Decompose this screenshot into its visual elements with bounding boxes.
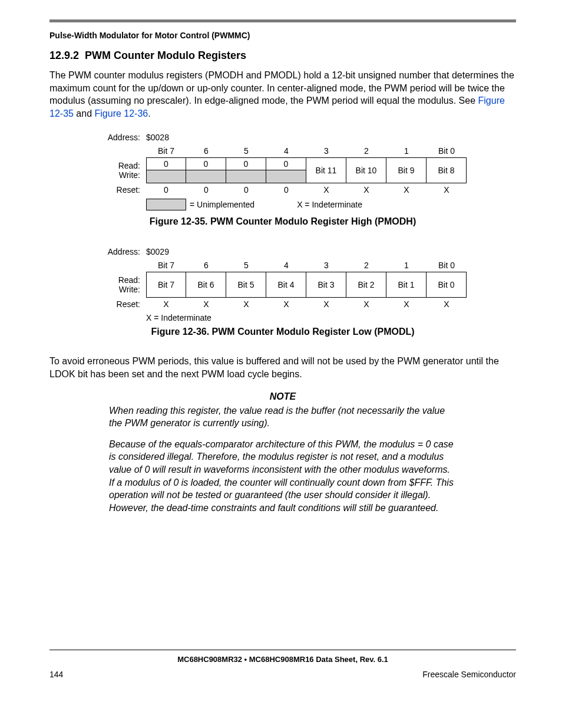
section-number: 12.9.2 <box>49 50 79 61</box>
bit-cell: Bit 11 <box>306 157 346 183</box>
bit-header: 5 <box>226 144 266 157</box>
bit-cell: 0 <box>226 157 266 170</box>
bit-cell: Bit 4 <box>266 272 306 298</box>
bit-header: 3 <box>306 144 346 157</box>
bit-cell: 0 <box>146 157 186 170</box>
reset-value: X <box>226 298 266 311</box>
bit-cell: Bit 10 <box>346 157 386 183</box>
reset-value: 0 <box>266 183 306 196</box>
figure-caption: Figure 12-36. PWM Counter Modulo Registe… <box>49 327 516 337</box>
legend-swatch <box>146 199 186 210</box>
page-number: 144 <box>49 670 63 679</box>
note-heading: NOTE <box>49 391 516 402</box>
bit-header: 5 <box>226 259 266 272</box>
bit-cell: Bit 0 <box>427 272 467 298</box>
row-spacer <box>99 259 146 272</box>
legend-indeterminate: X = Indeterminate <box>146 313 467 322</box>
reset-value: 0 <box>146 183 186 196</box>
section-title: PWM Counter Modulo Registers <box>85 50 246 61</box>
reset-value: X <box>427 183 467 196</box>
bit-cell: 0 <box>186 157 226 170</box>
figure-12-35: Address: $0028 Bit 7 6 5 4 3 2 1 Bit 0 R… <box>49 130 516 227</box>
register-diagram-pmodh: Address: $0028 Bit 7 6 5 4 3 2 1 Bit 0 R… <box>99 130 467 210</box>
legend-unimplemented: = Unimplemented <box>190 200 254 209</box>
bit-header: 1 <box>386 144 427 157</box>
reset-value: X <box>146 298 186 311</box>
figure-12-36: Address: $0029 Bit 7 6 5 4 3 2 1 Bit 0 R… <box>49 245 516 337</box>
bit-cell: Bit 1 <box>386 272 427 298</box>
reset-value: X <box>306 298 346 311</box>
legend-indeterminate: X = Indeterminate <box>297 200 362 209</box>
text: . <box>148 108 150 118</box>
bit-header: 3 <box>306 259 346 272</box>
figure-caption: Figure 12-35. PWM Counter Modulo Registe… <box>49 216 516 227</box>
page: Pulse-Width Modulator for Motor Control … <box>0 0 562 728</box>
note-paragraph: When reading this register, the value re… <box>109 404 457 430</box>
reset-label: Reset: <box>99 183 146 196</box>
bit-cell: 0 <box>266 157 306 170</box>
reset-value: X <box>427 298 467 311</box>
bit-cell-unimp <box>226 170 266 183</box>
intro-paragraph: The PWM counter modulus registers (PMODH… <box>49 69 516 120</box>
read-write-label: Read: Write: <box>99 272 146 298</box>
reset-value: X <box>266 298 306 311</box>
bit-header: Bit 7 <box>146 144 186 157</box>
text: and <box>74 108 95 118</box>
footer: 144 Freescale Semiconductor <box>49 670 516 679</box>
text: The PWM counter modulus registers (PMODH… <box>49 70 514 106</box>
chapter-title: Pulse-Width Modulator for Motor Control … <box>49 31 516 40</box>
bit-header: 4 <box>266 259 306 272</box>
reset-value: X <box>306 183 346 196</box>
bit-header: 2 <box>346 259 386 272</box>
read-label: Read: <box>118 275 140 285</box>
bit-header: 2 <box>346 144 386 157</box>
address-value: $0029 <box>146 245 186 259</box>
bit-cell: Bit 2 <box>346 272 386 298</box>
address-label: Address: <box>99 245 146 259</box>
reset-value: X <box>346 298 386 311</box>
bit-header: 4 <box>266 144 306 157</box>
figure-link-36[interactable]: Figure 12-36 <box>95 108 148 118</box>
top-rule <box>49 19 516 22</box>
bit-header: Bit 0 <box>427 259 467 272</box>
bit-header: Bit 0 <box>427 144 467 157</box>
footer-rule <box>49 650 516 650</box>
reset-value: 0 <box>226 183 266 196</box>
bit-header: 6 <box>186 259 226 272</box>
bit-cell: Bit 6 <box>186 272 226 298</box>
reset-label: Reset: <box>99 298 146 311</box>
address-label: Address: <box>99 130 146 144</box>
bit-cell: Bit 7 <box>146 272 186 298</box>
bit-header: Bit 7 <box>146 259 186 272</box>
body-paragraph: To avoid erroneous PWM periods, this val… <box>49 355 516 380</box>
read-label: Read: <box>118 161 140 170</box>
reset-value: X <box>386 298 427 311</box>
legend: = Unimplemented X = Indeterminate <box>99 199 467 210</box>
reset-value: X <box>186 298 226 311</box>
bit-cell: Bit 3 <box>306 272 346 298</box>
section-heading: 12.9.2 PWM Counter Modulo Registers <box>49 50 516 62</box>
row-spacer <box>99 144 146 157</box>
address-value: $0028 <box>146 130 186 144</box>
bit-header: 6 <box>186 144 226 157</box>
footer-doc-title: MC68HC908MR32 • MC68HC908MR16 Data Sheet… <box>49 655 516 664</box>
bit-cell-unimp <box>186 170 226 183</box>
bit-cell-unimp <box>266 170 306 183</box>
reset-value: 0 <box>186 183 226 196</box>
reset-value: X <box>346 183 386 196</box>
bit-cell: Bit 8 <box>427 157 467 183</box>
vendor-name: Freescale Semiconductor <box>422 670 516 679</box>
read-write-label: Read: Write: <box>99 157 146 183</box>
write-label: Write: <box>119 170 140 180</box>
register-diagram-pmodl: Address: $0029 Bit 7 6 5 4 3 2 1 Bit 0 R… <box>99 245 467 322</box>
reset-value: X <box>386 183 427 196</box>
write-label: Write: <box>119 285 140 294</box>
bit-header: 1 <box>386 259 427 272</box>
note-paragraph: Because of the equals-comparator archite… <box>109 438 457 515</box>
bit-cell-unimp <box>146 170 186 183</box>
bit-cell: Bit 9 <box>386 157 427 183</box>
bit-cell: Bit 5 <box>226 272 266 298</box>
